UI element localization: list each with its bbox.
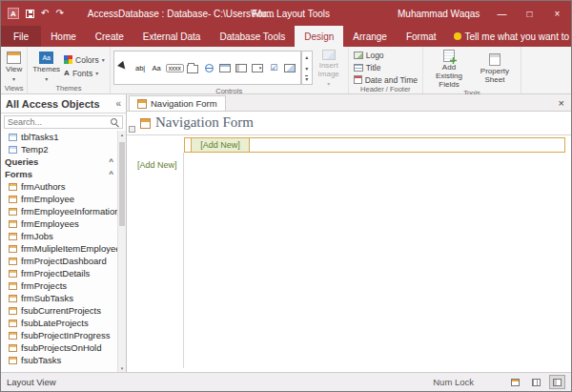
form-view-button[interactable] [507,375,523,389]
object-icon [9,134,17,141]
nav-item[interactable]: frmProjectDashboard ^ [1,255,117,267]
section-chevron-icon[interactable]: ^ [109,157,113,166]
document-tab-navigation-form[interactable]: Navigation Form [129,95,226,111]
nav-item[interactable]: frmEmployee ^ [1,193,117,205]
ribbon-group-views: View ▾ Views [1,47,28,93]
datasheet-view-button[interactable] [528,375,544,389]
close-document-icon[interactable]: × [552,94,571,111]
nav-item[interactable]: frmEmployeeInformation ^ [1,205,117,217]
insert-image-button[interactable]: Insert Image ▾ [313,49,345,88]
vertical-divider [183,153,184,368]
chevron-down-icon: ▾ [12,76,15,82]
nav-item[interactable]: fsubLateProjects ^ [1,317,117,329]
nav-scrollbar[interactable]: ▴ ▾ [117,131,126,372]
nav-item[interactable]: fsubCurrentProjects ^ [1,304,117,317]
nav-object-list: tblTasks1 ^ Temp2 ^ Queries ^ [1,131,126,372]
undo-icon[interactable]: ↶ [41,9,49,18]
nav-item[interactable]: frmJobs ^ [1,230,117,242]
add-existing-fields-button[interactable]: Add Existing Fields [426,49,472,90]
nav-pane-header[interactable]: All Access Objects « [1,94,126,113]
object-icon [9,233,17,240]
chevron-down-icon: ▾ [327,81,330,87]
object-icon [9,146,17,154]
nav-item[interactable]: Forms ^ [1,168,117,180]
ribbon-tab[interactable]: File [1,26,41,47]
navigation-control-icon[interactable] [235,60,249,76]
current-view-label: Layout View [7,377,56,387]
ribbon-group-header-footer: Logo Title Date and Time Header / Footer [349,47,423,93]
themes-icon: Aa [39,52,53,64]
signed-in-user[interactable]: Muhammad Waqas [398,1,480,26]
layout-selector-handle[interactable] [129,126,135,133]
ribbon-tab[interactable]: External Data [133,26,211,47]
ribbon-tab[interactable]: Create [86,26,133,47]
nav-item[interactable]: Temp2 ^ [1,143,117,155]
add-new-tab-top[interactable]: [Add New] [191,138,250,152]
select-pointer-icon[interactable] [117,60,132,76]
form-icon [137,99,147,109]
colors-button[interactable]: Colors ▾ [62,53,107,66]
nav-item[interactable]: frmMulipleItemEmployee ^ [1,242,117,255]
save-icon[interactable] [26,10,34,18]
gallery-scroll-down-icon[interactable]: ▾ [305,65,308,72]
close-button[interactable]: × [543,1,571,26]
object-icon [9,245,17,253]
search-box[interactable] [4,115,123,129]
object-icon [9,332,17,340]
shutter-bar-collapse-icon[interactable]: « [115,98,121,109]
section-chevron-icon[interactable]: ^ [109,170,113,178]
nav-item[interactable]: fsubProjectInProgress ^ [1,329,117,341]
tell-me-box[interactable]: Tell me what you want to do [454,26,572,47]
form-title[interactable]: Navigation Form [155,114,254,131]
logo-button[interactable]: Logo [352,49,419,61]
chevron-down-icon: ▾ [45,76,48,82]
scroll-down-icon[interactable]: ▾ [121,365,124,371]
nav-item[interactable]: frmAuthors ^ [1,180,117,193]
hyperlink-control-icon[interactable] [202,60,216,76]
ribbon-tab-bar: File Home Create External Data Database … [1,26,571,47]
minimize-button[interactable]: — [488,1,516,26]
fonts-button[interactable]: A Fonts ▾ [62,67,107,79]
themes-button[interactable]: Aa Themes ▾ [31,51,62,83]
gallery-scroll-buttons: ▴ ▾ ▾ [301,51,313,85]
button-control-icon[interactable]: xxxx [166,60,184,76]
label-control-icon[interactable]: Aa [150,60,164,76]
nav-item[interactable]: frmSubTasks ^ [1,292,117,304]
ribbon-tab[interactable]: Arrange [343,26,397,47]
combo-box-control-icon[interactable]: ▾ [251,60,265,76]
scroll-up-icon[interactable]: ▴ [121,132,124,137]
ribbon-tab[interactable]: Home [41,26,86,47]
nav-item[interactable]: frmEmployees ^ [1,217,117,230]
check-box-control-icon[interactable]: ☑ [267,60,281,76]
scrollbar-thumb[interactable] [119,142,125,226]
image-control-icon[interactable] [283,60,297,76]
redo-icon[interactable]: ↷ [55,9,63,18]
view-icon [7,52,21,64]
nav-item[interactable]: Queries ^ [1,155,117,168]
form-layout-canvas[interactable]: Navigation Form [Add New] [Add New] [127,112,571,372]
nav-item[interactable]: frmProjectDetails ^ [1,267,117,279]
search-input[interactable] [8,117,111,127]
view-button[interactable]: View ▾ [4,51,24,83]
web-browser-control-icon[interactable] [218,60,233,76]
ribbon-tab[interactable]: Database Tools [210,26,295,47]
gallery-scroll-up-icon[interactable]: ▴ [305,53,308,60]
gallery-more-icon[interactable]: ▾ [305,75,308,82]
nav-item[interactable]: fsubProjectsOnHold ^ [1,341,117,354]
nav-item[interactable]: tblTasks1 ^ [1,131,117,143]
ribbon-tab[interactable]: Design [295,26,343,47]
maximize-button[interactable]: □ [516,1,543,26]
title-button[interactable]: Title [352,61,419,73]
date-time-icon [354,75,362,84]
ribbon-tab[interactable]: Format [397,26,446,47]
tab-control-icon[interactable] [186,60,200,76]
text-box-control-icon[interactable]: ab| [133,60,148,76]
object-icon [9,220,17,228]
nav-item[interactable]: frmProjects ^ [1,279,117,292]
header-divider [127,134,571,135]
layout-view-button[interactable] [549,375,565,389]
workspace: All Access Objects « tblTasks1 ^ [1,94,571,372]
nav-item[interactable]: fsubTasks ^ [1,354,117,366]
property-sheet-button[interactable]: Property Sheet [472,52,518,86]
add-new-tab-left[interactable]: [Add New] [137,158,182,172]
